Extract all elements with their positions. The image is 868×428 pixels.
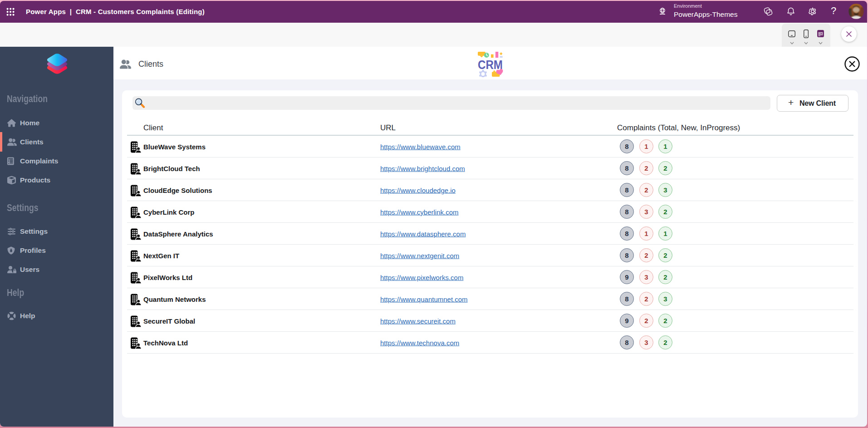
svg-text:CRM: CRM <box>478 58 503 72</box>
